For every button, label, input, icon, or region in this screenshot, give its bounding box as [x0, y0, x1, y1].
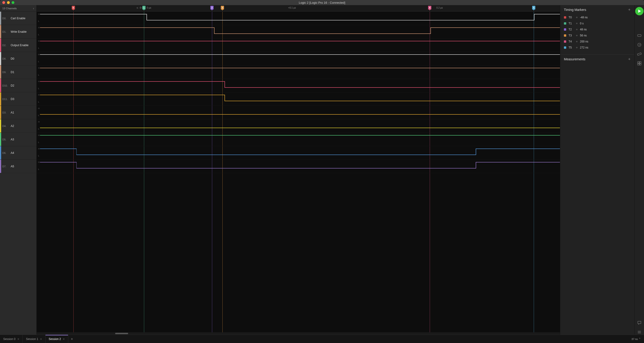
- channel-row[interactable]: D2. Output Enable: [0, 38, 36, 52]
- channel-row[interactable]: D4. A2: [0, 119, 36, 133]
- close-window-icon[interactable]: [2, 1, 5, 4]
- marker-name: T2: [568, 28, 574, 31]
- channel-name: D2: [11, 84, 14, 87]
- marker-flag-3[interactable]: 3: [221, 6, 224, 9]
- marker-value: 0 s: [580, 22, 584, 25]
- channel-color-swatch: [0, 92, 1, 106]
- channel-color-swatch: [0, 119, 1, 132]
- waveform-row[interactable]: HL: [37, 133, 560, 146]
- play-button[interactable]: [635, 7, 644, 15]
- channel-row[interactable]: D7. A5: [0, 160, 36, 173]
- waveform-row[interactable]: HL: [37, 92, 560, 106]
- channel-row[interactable]: D5. A3: [0, 133, 36, 146]
- marker-color-icon: [564, 22, 566, 24]
- marker-flag-4[interactable]: 4: [428, 6, 431, 9]
- marker-color-icon: [564, 28, 566, 31]
- close-tab-icon[interactable]: ×: [63, 337, 64, 341]
- channel-id: D6.: [2, 152, 9, 154]
- zoom-level[interactable]: 37 ns ⌃: [632, 338, 644, 341]
- device-icon[interactable]: [637, 33, 642, 38]
- channel-id: D4.: [2, 125, 9, 127]
- window-titlebar: Logic 2 [Logic Pro 16 - Connected]: [0, 0, 644, 5]
- channel-id: D2.: [2, 44, 9, 47]
- channel-sidebar: 13 Channels ‹ D0. Cart Enable D1. Write …: [0, 5, 37, 335]
- grid-icon[interactable]: [637, 61, 642, 66]
- channel-name: D0: [11, 57, 14, 60]
- marker-flag-0[interactable]: 0: [72, 6, 75, 9]
- channel-row[interactable]: D3. A1: [0, 106, 36, 119]
- channel-row[interactable]: D11. D3: [0, 92, 36, 106]
- preset-icon[interactable]: 1F: [637, 42, 642, 47]
- marker-flag-2[interactable]: 2: [210, 6, 214, 9]
- channel-color-swatch: [0, 25, 1, 38]
- channel-row[interactable]: D9. D1: [0, 65, 36, 79]
- channel-color-swatch: [0, 133, 1, 146]
- channel-row[interactable]: D0. Cart Enable: [0, 11, 36, 25]
- channel-name: Output Enable: [11, 44, 28, 47]
- channel-color-swatch: [0, 11, 1, 25]
- marker-flag-1[interactable]: 1: [142, 6, 146, 9]
- timing-marker-row[interactable]: T1 = 0 s: [564, 20, 630, 26]
- timing-markers-title: Timing Markers: [564, 8, 586, 11]
- waveform-row[interactable]: HL: [37, 11, 560, 25]
- channel-name: A2: [11, 124, 14, 128]
- channel-row[interactable]: D6. A4: [0, 146, 36, 160]
- session-tab[interactable]: Session 0×: [0, 335, 23, 343]
- channel-id: D5.: [2, 138, 9, 141]
- waveform-row[interactable]: HL: [37, 25, 560, 38]
- channel-id: D10.: [2, 84, 9, 87]
- menu-icon[interactable]: [637, 330, 642, 335]
- add-tab-button[interactable]: +: [68, 337, 76, 341]
- waveform-row[interactable]: HL: [37, 52, 560, 65]
- svg-rect-0: [638, 34, 641, 36]
- waveform-row[interactable]: HL: [37, 38, 560, 52]
- channel-name: A1: [11, 111, 14, 114]
- marker-color-icon: [564, 16, 566, 18]
- waveform-row[interactable]: HL: [37, 119, 560, 133]
- add-measurement-button[interactable]: +: [628, 57, 630, 62]
- waveform-viewport[interactable]: s : 0 ms : 0 µs+0.1 µs0.2 µs012345 HLHLH…: [37, 5, 560, 335]
- feedback-icon[interactable]: [637, 320, 642, 325]
- timing-marker-row[interactable]: T5 = 272 ns: [564, 44, 630, 51]
- channel-row[interactable]: D10. D2: [0, 79, 36, 92]
- timing-marker-row[interactable]: T0 = -48 ns: [564, 14, 630, 20]
- channel-id: D0.: [2, 17, 9, 20]
- zoom-window-icon[interactable]: [12, 1, 14, 4]
- session-tab[interactable]: Session 1×: [23, 335, 46, 343]
- channel-name: A5: [11, 165, 14, 168]
- timing-marker-row[interactable]: T2 = 48 ns: [564, 26, 630, 32]
- marker-color-icon: [564, 46, 566, 49]
- svg-rect-4: [639, 62, 641, 63]
- measure-icon[interactable]: [637, 51, 642, 57]
- channel-row[interactable]: D8. D0: [0, 52, 36, 65]
- minimize-window-icon[interactable]: [7, 1, 10, 4]
- channel-row[interactable]: D1. Write Enable: [0, 25, 36, 38]
- channel-name: D3: [11, 97, 14, 101]
- waveform-row[interactable]: HL: [37, 65, 560, 79]
- session-tab[interactable]: Session 2×: [46, 335, 68, 343]
- chevron-up-icon: ⌃: [639, 338, 641, 341]
- close-tab-icon[interactable]: ×: [40, 337, 42, 341]
- marker-value: -48 ns: [580, 16, 588, 19]
- marker-color-icon: [564, 34, 566, 37]
- timing-marker-row[interactable]: T4 = 200 ns: [564, 38, 630, 44]
- measurements-title: Measurements: [564, 57, 586, 61]
- add-marker-button[interactable]: +: [628, 7, 630, 12]
- channel-color-swatch: [0, 146, 1, 159]
- timing-marker-row[interactable]: T3 = 56 ns: [564, 32, 630, 38]
- collapse-sidebar-icon[interactable]: ‹: [33, 6, 34, 10]
- scrollbar-thumb[interactable]: [115, 333, 128, 334]
- waveform-row[interactable]: HL: [37, 79, 560, 92]
- horizontal-scrollbar[interactable]: [37, 332, 560, 335]
- marker-name: T3: [568, 34, 574, 37]
- marker-value: 272 ns: [580, 46, 588, 49]
- waveform-row[interactable]: HL: [37, 106, 560, 119]
- time-ruler[interactable]: s : 0 ms : 0 µs+0.1 µs0.2 µs012345: [37, 5, 560, 11]
- waveform-row[interactable]: HL: [37, 160, 560, 173]
- marker-flag-5[interactable]: 5: [532, 6, 535, 9]
- svg-rect-6: [639, 64, 641, 65]
- channel-id: D9.: [2, 71, 9, 73]
- channel-count-label: 13 Channels: [2, 7, 17, 10]
- close-tab-icon[interactable]: ×: [18, 337, 19, 341]
- waveform-row[interactable]: HL: [37, 146, 560, 160]
